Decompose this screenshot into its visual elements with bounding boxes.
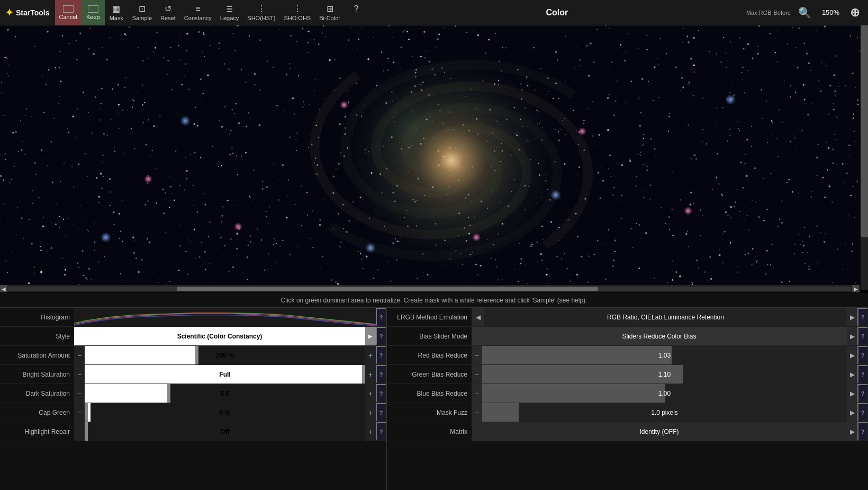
- cap-green-value: 0 %: [85, 409, 365, 416]
- mask-fuzz-label: Mask Fuzz: [387, 409, 472, 416]
- dark-saturation-plus[interactable]: +: [365, 384, 376, 403]
- mask-fuzz-row: Mask Fuzz − 1.0 pixels ▶ ?: [387, 403, 868, 422]
- style-arrow-button[interactable]: ▶: [365, 327, 376, 345]
- cap-green-slider[interactable]: 0 %: [85, 403, 365, 422]
- histogram-svg: [74, 308, 376, 326]
- bias-slider-mode-label: Bias Slider Mode: [387, 333, 472, 340]
- bright-saturation-plus[interactable]: +: [365, 365, 376, 384]
- lrgb-method-left[interactable]: ◀: [472, 308, 484, 326]
- lrgb-method-right[interactable]: ▶: [847, 308, 857, 326]
- zoom-in-button[interactable]: ⊕: [847, 4, 863, 22]
- dark-saturation-slider[interactable]: 6.6: [85, 384, 365, 403]
- style-help-button[interactable]: ?: [376, 327, 386, 345]
- green-bias-help[interactable]: ?: [857, 365, 868, 384]
- bright-saturation-minus[interactable]: −: [74, 365, 85, 384]
- before-label: Before: [774, 10, 791, 16]
- zoom-out-button[interactable]: 🔍: [795, 4, 815, 21]
- bi-color-button[interactable]: ⊞ Bi-Color: [315, 0, 345, 25]
- cancel-button[interactable]: Cancel: [55, 0, 82, 25]
- red-bias-minus[interactable]: −: [472, 346, 482, 364]
- histogram-container: [74, 308, 376, 326]
- highlight-repair-minus[interactable]: −: [74, 422, 85, 441]
- green-bias-fill: [482, 365, 683, 384]
- dark-saturation-label: Dark Saturation: [0, 390, 74, 397]
- sample-button[interactable]: ⊡ Sample: [128, 0, 156, 25]
- highlight-repair-slider[interactable]: Off: [85, 422, 365, 441]
- red-bias-label: Red Bias Reduce: [387, 352, 472, 359]
- dark-saturation-minus[interactable]: −: [74, 384, 85, 403]
- mask-button[interactable]: ▦ Mask: [105, 0, 128, 25]
- lrgb-method-help[interactable]: ?: [857, 308, 868, 326]
- red-bias-fill: [482, 346, 672, 364]
- red-bias-value: 1.03: [658, 352, 671, 359]
- matrix-help[interactable]: ?: [857, 422, 868, 441]
- bright-saturation-slider[interactable]: Full: [85, 365, 365, 384]
- vertical-scrollbar[interactable]: [861, 25, 868, 290]
- saturation-amount-minus[interactable]: −: [74, 346, 85, 364]
- highlight-repair-help[interactable]: ?: [376, 422, 386, 441]
- histogram-label: Histogram: [0, 314, 74, 321]
- red-bias-right[interactable]: ▶: [847, 346, 857, 364]
- panels-wrapper: Histogram ? Style Scientific (Color: [0, 308, 868, 490]
- bias-slider-mode-help[interactable]: ?: [857, 327, 868, 345]
- highlight-repair-handle[interactable]: [85, 422, 88, 441]
- sho-hst-button[interactable]: ⋮ SHO(HST): [243, 0, 279, 25]
- cap-green-row: Cap Green − 0 % + ?: [0, 403, 386, 422]
- histogram-help-button[interactable]: ?: [376, 308, 386, 326]
- saturation-amount-slider[interactable]: 200 %: [85, 346, 365, 364]
- scroll-left-arrow[interactable]: ◀: [0, 285, 7, 292]
- green-bias-slider[interactable]: 1.10: [482, 365, 847, 384]
- saturation-amount-help[interactable]: ?: [376, 346, 386, 364]
- help-button[interactable]: ? ?: [345, 0, 368, 25]
- scroll-track[interactable]: [8, 287, 851, 291]
- bright-saturation-handle[interactable]: [362, 365, 365, 384]
- green-bias-minus[interactable]: −: [472, 365, 482, 384]
- saturation-amount-handle[interactable]: [195, 346, 198, 364]
- saturation-amount-value: 200 %: [85, 352, 365, 359]
- mask-fuzz-minus[interactable]: −: [472, 403, 482, 422]
- image-area[interactable]: [0, 25, 868, 285]
- app-logo: ✦ StarTools: [0, 7, 55, 19]
- bias-slider-mode-right[interactable]: ▶: [847, 327, 857, 345]
- keep-button[interactable]: Keep: [82, 0, 105, 25]
- highlight-repair-plus[interactable]: +: [365, 422, 376, 441]
- right-panel: LRGB Method Emulation ◀ RGB Ratio, CIELa…: [386, 308, 868, 490]
- green-bias-label: Green Bias Reduce: [387, 371, 472, 378]
- blue-bias-help[interactable]: ?: [857, 384, 868, 403]
- dark-saturation-handle[interactable]: [167, 384, 170, 403]
- constancy-button[interactable]: ≡ Constancy: [180, 0, 216, 25]
- cap-green-handle[interactable]: [85, 403, 88, 422]
- legacy-button[interactable]: ≣ Legacy: [216, 0, 243, 25]
- status-message: Click on green dominant area to neutrali…: [281, 297, 587, 304]
- max-rgb-before-labels: Max RGB Before: [746, 10, 791, 16]
- blue-bias-slider[interactable]: 1.00: [482, 384, 847, 403]
- galaxy-image[interactable]: [0, 25, 868, 285]
- mask-fuzz-help[interactable]: ?: [857, 403, 868, 422]
- cap-green-minus[interactable]: −: [74, 403, 85, 422]
- green-bias-right[interactable]: ▶: [847, 365, 857, 384]
- red-bias-help[interactable]: ?: [857, 346, 868, 364]
- scroll-thumb[interactable]: [177, 287, 598, 291]
- blue-bias-minus[interactable]: −: [472, 384, 482, 403]
- saturation-amount-plus[interactable]: +: [365, 346, 376, 364]
- mask-fuzz-slider[interactable]: 1.0 pixels: [482, 403, 847, 422]
- star-icon: ✦: [5, 7, 13, 19]
- green-bias-value: 1.10: [658, 371, 671, 378]
- reset-button[interactable]: ↺ Reset: [156, 0, 180, 25]
- vscroll-thumb[interactable]: [861, 25, 868, 237]
- scroll-right-arrow[interactable]: ▶: [852, 285, 860, 292]
- constancy-icon: ≡: [195, 4, 200, 14]
- red-bias-slider[interactable]: 1.03: [482, 346, 847, 364]
- highlight-repair-label: Highlight Repair: [0, 428, 74, 435]
- bright-saturation-help[interactable]: ?: [376, 365, 386, 384]
- cap-green-plus[interactable]: +: [365, 403, 376, 422]
- dark-saturation-help[interactable]: ?: [376, 384, 386, 403]
- mask-fuzz-right[interactable]: ▶: [847, 403, 857, 422]
- blue-bias-right[interactable]: ▶: [847, 384, 857, 403]
- help-icon: ?: [354, 4, 358, 14]
- cap-green-help[interactable]: ?: [376, 403, 386, 422]
- lrgb-method-value: RGB Ratio, CIELab Luminance Retention: [607, 314, 724, 321]
- matrix-right[interactable]: ▶: [847, 422, 857, 441]
- sho-ohs-button[interactable]: ⋮ SHO:OHS: [279, 0, 315, 25]
- reset-icon: ↺: [165, 4, 171, 14]
